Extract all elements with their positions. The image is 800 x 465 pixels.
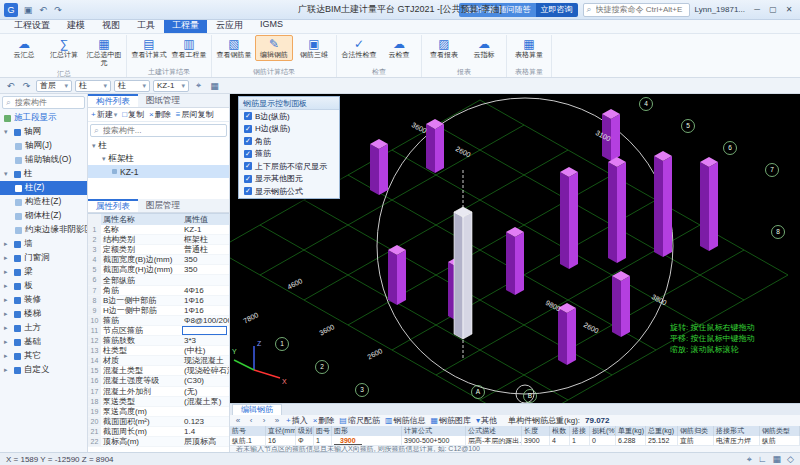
viewport-3d[interactable]: 3600260031003800980026004600780036002600… (230, 94, 800, 403)
checkbox-icon[interactable]: ✓ (244, 175, 252, 183)
rebar-cell[interactable]: 6.288 (616, 436, 646, 446)
edit-toolbar-button[interactable]: +插入 (286, 415, 308, 426)
sidebar-item[interactable]: 辅助轴线(O) (0, 153, 87, 167)
undo-icon[interactable]: ↶ (37, 4, 49, 16)
component-toolbar-button[interactable]: □复制 (122, 109, 144, 120)
menu-tab-1[interactable]: 建模 (59, 18, 93, 33)
ribbon-button[interactable]: ▦表格算量 (510, 35, 548, 61)
edit-toolbar-button[interactable]: ×删除 (313, 415, 335, 426)
sidebar-item[interactable]: ▸其它 (0, 349, 87, 363)
rebar-option[interactable]: ✓显示其他图元 (239, 173, 339, 186)
rebar-cell[interactable]: 纵筋 (760, 436, 800, 446)
rebar-cell[interactable]: Φ (296, 436, 314, 446)
user-account[interactable]: Lynn_19871... (695, 5, 745, 14)
context-select-2[interactable]: 柱▾ (114, 80, 150, 92)
sidebar-item[interactable]: ▸板 (0, 279, 87, 293)
command-search[interactable]: ⌕ (583, 3, 690, 17)
sidebar-item[interactable]: ▸基础 (0, 335, 87, 349)
record-nav-icon[interactable]: ‹ (247, 416, 255, 425)
menu-tab-4[interactable]: 工程量 (164, 18, 207, 33)
rebar-option[interactable]: ✓角筋 (239, 135, 339, 148)
ribbon-button[interactable]: ▧查看钢筋量 (215, 35, 253, 61)
sidebar-item[interactable]: ▸楼梯 (0, 307, 87, 321)
maximize-button[interactable]: ▢ (766, 3, 780, 16)
record-nav-icon[interactable]: › (260, 416, 268, 425)
tree-item[interactable]: ▾框架柱 (88, 152, 229, 165)
tab-property-1[interactable]: 图层管理 (138, 199, 188, 212)
sidebar-item[interactable]: 柱(Z) (0, 181, 87, 195)
minimize-button[interactable]: ─ (750, 3, 764, 16)
context-select-0[interactable]: 首层▾ (36, 80, 72, 92)
tree-item[interactable]: KZ-1 (88, 165, 229, 178)
rebar-cell[interactable]: 1 (314, 436, 332, 446)
menu-tab-5[interactable]: 云应用 (208, 18, 251, 33)
edit-toolbar-button[interactable]: ▦钢筋图库 (430, 415, 471, 426)
sidebar-item[interactable]: 构造柱(Z) (0, 195, 87, 209)
close-button[interactable]: ✕ (782, 3, 796, 16)
tree-item[interactable]: ▾柱 (88, 139, 229, 152)
context-select-3[interactable]: KZ-1▾ (153, 80, 189, 92)
edit-toolbar-button[interactable]: ▤缩尺配筋 (339, 415, 380, 426)
command-search-input[interactable] (594, 4, 686, 15)
ribbon-button[interactable]: ▥查看工程量 (170, 35, 208, 61)
tab-property-0[interactable]: 属性列表 (88, 199, 138, 212)
rebar-cell[interactable]: 1 (570, 436, 590, 446)
save-icon[interactable]: ▣ (22, 4, 34, 16)
context-select-1[interactable]: 柱▾ (75, 80, 111, 92)
record-nav-icon[interactable]: « (234, 416, 242, 425)
undo-icon[interactable]: ↶ (4, 80, 17, 92)
menu-tab-2[interactable]: 视图 (94, 18, 128, 33)
ribbon-button[interactable]: ▤查看计算式 (130, 35, 168, 61)
sidebar-item[interactable]: ▾柱 (0, 167, 87, 181)
ribbon-button[interactable]: ✎编辑钢筋 (255, 35, 293, 61)
sidebar-item[interactable]: ▸梁 (0, 265, 87, 279)
rebar-table-row[interactable]: 纵筋.116Φ139003900-500+500层高-本层的露出..390041… (230, 436, 800, 446)
menu-tab-6[interactable]: IGMS (252, 18, 291, 33)
component-toolbar-button[interactable]: +新建▾ (91, 109, 117, 120)
rebar-option[interactable]: ✓B边(纵筋) (239, 110, 339, 123)
component-toolbar-button[interactable]: ≡层间复制 (176, 109, 214, 120)
sidebar-item[interactable]: ▸自定义 (0, 363, 87, 377)
property-value-input[interactable] (182, 326, 227, 335)
sidebar-item[interactable]: 约束边缘非阴影区(Z) (0, 223, 87, 237)
rebar-cell[interactable]: 0 (590, 436, 616, 446)
ribbon-button[interactable]: ▦汇总选中图元 (85, 35, 123, 69)
sidebar-item[interactable]: ▾轴网 (0, 125, 87, 139)
checkbox-icon[interactable]: ✓ (244, 137, 252, 145)
grid-toggle-icon[interactable]: ▦ (208, 80, 221, 92)
tab-edit-rebar[interactable]: 编辑钢筋 (232, 404, 282, 415)
rebar-cell[interactable]: 25.152 (646, 436, 678, 446)
redo-icon[interactable]: ↷ (52, 4, 64, 16)
consult-button[interactable]: 立即咨询 (536, 3, 578, 17)
nav-search-input[interactable] (13, 97, 71, 108)
tab-component-1[interactable]: 图纸管理 (138, 94, 188, 107)
record-nav-icon[interactable]: » (273, 416, 281, 425)
osnap-icon[interactable]: ◇ (787, 454, 794, 465)
rebar-cell[interactable]: 直筋 (678, 436, 714, 446)
component-search-input[interactable] (101, 125, 201, 136)
grid-icon[interactable]: ▦ (773, 454, 782, 465)
rebar-option[interactable]: ✓H边(纵筋) (239, 123, 339, 136)
rebar-panel-title[interactable]: 钢筋显示控制面板 (239, 97, 339, 110)
rebar-cell[interactable]: 电渣压力焊 (714, 436, 760, 446)
checkbox-icon[interactable]: ✓ (244, 187, 252, 195)
rebar-cell[interactable]: 纵筋.1 (230, 436, 266, 446)
ribbon-button[interactable]: ✓合法性检查 (340, 35, 378, 61)
ribbon-button[interactable]: ∑汇总计算 (45, 35, 83, 61)
checkbox-icon[interactable]: ✓ (244, 125, 252, 133)
checkbox-icon[interactable]: ✓ (244, 162, 252, 170)
checkbox-icon[interactable]: ✓ (244, 112, 252, 120)
ribbon-button[interactable]: ▣钢筋三维 (295, 35, 333, 61)
rebar-option[interactable]: ✓显示钢筋公式 (239, 185, 339, 198)
menu-tab-3[interactable]: 工具 (129, 18, 163, 33)
menu-tab-0[interactable]: 工程设置 (6, 18, 58, 33)
rebar-cell[interactable]: 层高-本层的露出.. (466, 436, 522, 446)
checkbox-icon[interactable]: ✓ (244, 150, 252, 158)
pick-point-icon[interactable]: ⌖ (192, 80, 205, 92)
tab-component-0[interactable]: 构件列表 (88, 94, 138, 107)
nav-search[interactable]: ⌕ (2, 96, 85, 109)
edit-toolbar-button[interactable]: ▥钢筋信息 (385, 415, 426, 426)
rebar-cell[interactable]: 3900 (522, 436, 550, 446)
component-toolbar-button[interactable]: ×删除 (149, 109, 171, 120)
sidebar-item[interactable]: 轴网(J) (0, 139, 87, 153)
